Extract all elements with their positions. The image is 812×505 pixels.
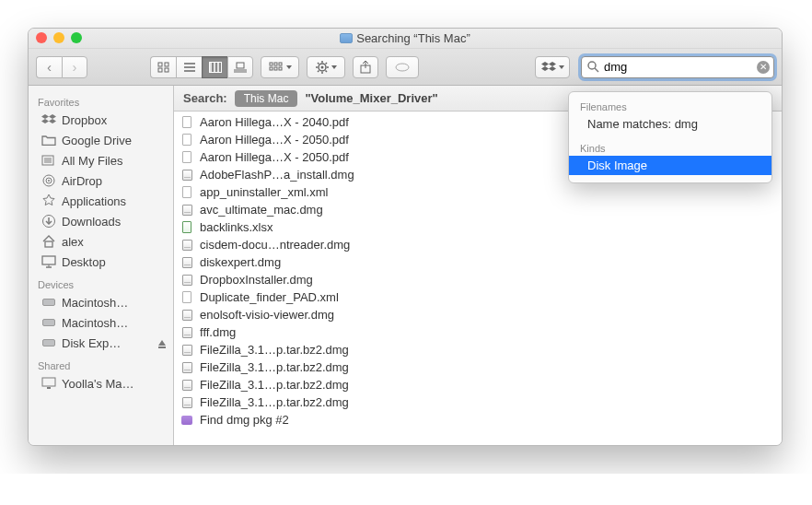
file-row[interactable]: app_uninstaller_xml.xml — [174, 183, 782, 201]
file-name: AdobeFlashP…a_install.dmg — [200, 168, 354, 182]
view-columns-button[interactable] — [202, 56, 227, 78]
sidebar[interactable]: FavoritesDropboxGoogle DriveAll My Files… — [29, 86, 174, 445]
suggestion-disk-image[interactable]: Disk Image — [569, 156, 771, 175]
share-icon — [360, 61, 371, 74]
file-row[interactable]: FileZilla_3.1…p.tar.bz2.dmg — [174, 341, 782, 358]
sidebar-item[interactable]: Applications — [29, 191, 173, 211]
svg-rect-2 — [158, 68, 162, 72]
file-row[interactable]: diskexpert.dmg — [174, 253, 782, 271]
view-group — [150, 56, 253, 78]
doc-file-icon — [180, 186, 194, 199]
suggestion-name-matches[interactable]: Name matches: dmg — [569, 114, 771, 134]
file-name: Find dmg pkg #2 — [200, 413, 289, 427]
sidebar-item-label: Google Drive — [62, 134, 132, 147]
sidebar-item-label: Downloads — [62, 215, 121, 229]
monitor-icon — [41, 376, 56, 391]
file-name: enolsoft-visio-viewer.dmg — [200, 308, 334, 322]
file-row[interactable]: FileZilla_3.1…p.tar.bz2.dmg — [174, 358, 782, 376]
folder-icon — [41, 133, 56, 147]
sidebar-item-label: Applications — [62, 194, 126, 208]
arrange-button[interactable] — [261, 56, 299, 78]
svg-point-21 — [320, 65, 323, 68]
window-title: Searching “This Mac” — [340, 31, 470, 45]
sidebar-item[interactable]: Dropbox — [29, 110, 173, 130]
svg-rect-52 — [45, 241, 52, 247]
search-input[interactable] — [581, 56, 774, 78]
search-clear-button[interactable]: ✕ — [757, 61, 770, 74]
airdrop-icon — [41, 173, 56, 188]
suggestions-filenames-heading: Filenames — [569, 98, 771, 114]
sidebar-item[interactable]: alex — [29, 231, 173, 252]
hd-icon — [41, 335, 56, 350]
view-coverflow-button[interactable] — [227, 56, 253, 78]
finder-window: Searching “This Mac” ‹ › — [28, 28, 783, 446]
sidebar-item[interactable]: AirDrop — [29, 170, 173, 191]
sidebar-item[interactable]: Macintosh… — [29, 292, 173, 312]
file-row[interactable]: avc_ultimate_mac.dmg — [174, 201, 782, 218]
file-row[interactable]: enolsoft-visio-viewer.dmg — [174, 306, 782, 323]
svg-rect-3 — [165, 68, 168, 72]
svg-marker-36 — [549, 66, 556, 71]
file-row[interactable]: Find dmg pkg #2 — [174, 411, 782, 429]
file-row[interactable]: cisdem-docu…ntreader.dmg — [174, 236, 782, 253]
sidebar-heading: Favorites — [29, 89, 173, 110]
svg-rect-0 — [158, 63, 162, 66]
back-button[interactable]: ‹ — [36, 56, 62, 78]
sidebar-item[interactable]: Yoolla's Ma… — [29, 373, 173, 393]
view-icons-button[interactable] — [150, 56, 176, 78]
suggestions-kinds-heading: Kinds — [569, 139, 771, 156]
grid-icon — [269, 62, 284, 73]
folder-icon — [340, 33, 353, 43]
svg-rect-19 — [279, 67, 282, 70]
sidebar-item[interactable]: Google Drive — [29, 130, 173, 150]
svg-line-27 — [325, 70, 327, 72]
sidebar-item[interactable]: Desktop — [29, 252, 173, 272]
sidebar-item-label: Yoolla's Ma… — [62, 377, 134, 391]
file-name: avc_ultimate_mac.dmg — [200, 203, 323, 217]
sidebar-item[interactable]: Downloads — [29, 211, 173, 231]
scope-folder-button[interactable]: "Volume_Mixer_Driver" — [305, 91, 437, 105]
file-row[interactable]: backlinks.xlsx — [174, 218, 782, 236]
sidebar-item[interactable]: Macintosh… — [29, 312, 173, 333]
sidebar-item-label: Dropbox — [62, 113, 107, 127]
file-row[interactable]: DropboxInstaller.dmg — [174, 271, 782, 288]
nav-group: ‹ › — [36, 56, 87, 78]
file-name: Aaron Hillega…X - 2040.pdf — [200, 115, 349, 129]
downloads-icon — [41, 214, 56, 229]
svg-marker-33 — [541, 62, 549, 66]
svg-marker-40 — [49, 114, 56, 119]
doc-file-icon — [180, 291, 194, 304]
svg-line-29 — [325, 63, 327, 65]
svg-line-28 — [318, 70, 319, 72]
sidebar-item-label: alex — [62, 235, 84, 249]
gear-icon — [316, 61, 329, 74]
scope-label: Search: — [183, 91, 227, 105]
file-row[interactable]: Duplicate_finder_PAD.xml — [174, 288, 782, 306]
sidebar-item[interactable]: All My Files — [29, 150, 173, 170]
minimize-button[interactable] — [53, 32, 64, 43]
dmg-file-icon — [180, 344, 194, 357]
file-row[interactable]: FileZilla_3.1…p.tar.bz2.dmg — [174, 376, 782, 393]
file-name: FileZilla_3.1…p.tar.bz2.dmg — [200, 343, 349, 357]
close-button[interactable] — [36, 32, 47, 43]
file-row[interactable]: FileZilla_3.1…p.tar.bz2.dmg — [174, 393, 782, 411]
share-button[interactable] — [353, 56, 378, 78]
file-name: Aaron Hillega…X - 2050.pdf — [200, 133, 349, 147]
dropbox-toolbar-button[interactable] — [535, 56, 570, 78]
dmg-file-icon — [180, 274, 194, 287]
svg-rect-18 — [274, 67, 277, 70]
maximize-button[interactable] — [71, 32, 82, 43]
sidebar-item[interactable]: Disk Exp… — [29, 333, 173, 353]
svg-marker-41 — [41, 119, 49, 123]
scope-this-mac-button[interactable]: This Mac — [235, 90, 298, 107]
file-name: backlinks.xlsx — [200, 220, 273, 234]
file-row[interactable]: fff.dmg — [174, 323, 782, 341]
eject-icon[interactable] — [158, 340, 166, 346]
sidebar-item-label: Disk Exp… — [62, 336, 121, 350]
forward-button[interactable]: › — [62, 56, 87, 78]
view-list-button[interactable] — [176, 56, 202, 78]
file-name: FileZilla_3.1…p.tar.bz2.dmg — [200, 378, 349, 392]
tags-button[interactable] — [386, 56, 419, 78]
svg-marker-35 — [541, 66, 549, 71]
action-button[interactable] — [307, 56, 345, 78]
